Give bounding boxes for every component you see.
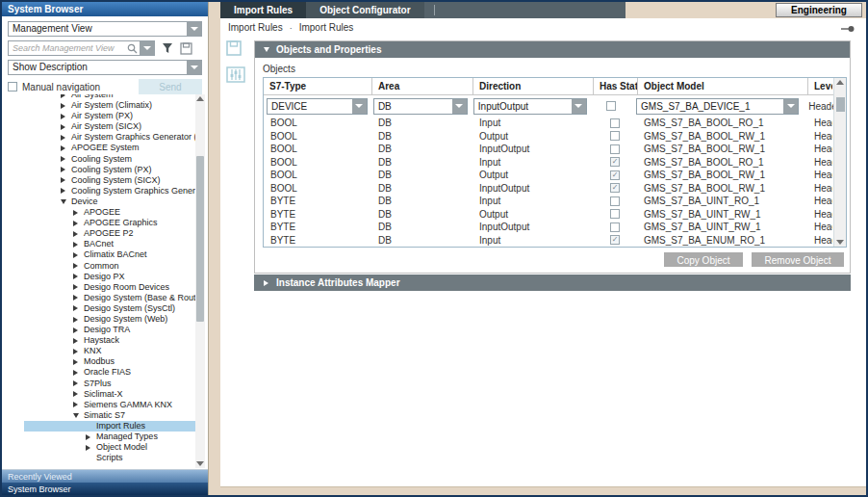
- object-model-dropdown[interactable]: GMS_S7_BA_DEVICE_1: [636, 98, 799, 115]
- has-state-checkbox[interactable]: [606, 101, 616, 111]
- chevron-collapsed-icon[interactable]: [73, 370, 78, 376]
- tree-item-cooling-system[interactable]: Cooling System: [24, 154, 197, 165]
- has-state-checkbox[interactable]: ✓: [610, 157, 620, 167]
- table-row[interactable]: BYTEDBInputOutputGMS_S7_BA_UINT_RW_1Head…: [264, 221, 833, 234]
- column-header-object-model[interactable]: Object Model: [637, 78, 807, 94]
- tree-item-desigo-room-devices[interactable]: Desigo Room Devices: [24, 282, 197, 293]
- chevron-collapsed-icon[interactable]: [61, 167, 65, 172]
- manual-navigation-checkbox[interactable]: [8, 82, 17, 92]
- tree-item-object-model[interactable]: Object Model: [24, 442, 197, 453]
- tree-item-import-rules[interactable]: Import Rules: [24, 421, 197, 432]
- tree-item-cooling-system-graphics-generator-px[interactable]: Cooling System Graphics Generator (PX): [24, 186, 197, 196]
- column-settings-button[interactable]: [226, 66, 245, 86]
- tree-item-desigo-system-web[interactable]: Desigo System (Web): [24, 314, 197, 325]
- tree-item-climatix-bacnet[interactable]: Climatix BACnet: [24, 249, 197, 260]
- tree-item-air-system-climatix[interactable]: Air System (Climatix): [24, 100, 197, 111]
- tree-item-managed-types[interactable]: Managed Types: [24, 432, 197, 442]
- search-input[interactable]: [9, 41, 127, 55]
- recently-viewed-bar[interactable]: Recently Viewed: [2, 469, 208, 483]
- tree-item-siclimat-x[interactable]: Siclimat-X: [24, 389, 197, 400]
- chevron-collapsed-icon[interactable]: [61, 103, 65, 109]
- table-row[interactable]: BOOLDBOutput✓GMS_S7_BA_BOOL_RW_1Heade: [264, 169, 833, 182]
- scroll-down-icon[interactable]: [196, 461, 204, 466]
- s7-type-dropdown[interactable]: DEVICE: [267, 98, 368, 115]
- tree-item-haystack[interactable]: Haystack: [24, 335, 197, 346]
- tree-item-air-system-sicx[interactable]: Air System (SICX): [24, 121, 197, 132]
- view-selector-dropdown-button[interactable]: [187, 22, 201, 36]
- has-state-checkbox[interactable]: ✓: [610, 183, 620, 193]
- remove-object-button[interactable]: Remove Object: [752, 252, 844, 267]
- chevron-collapsed-icon[interactable]: [73, 210, 78, 216]
- search-combo[interactable]: [8, 40, 155, 56]
- direction-dropdown[interactable]: InputOutput: [473, 98, 587, 115]
- save-button[interactable]: [226, 40, 242, 59]
- dropdown-button[interactable]: [352, 99, 367, 114]
- breadcrumb-item[interactable]: Import Rules: [299, 22, 354, 33]
- tree-item-siemens-gamma-knx[interactable]: Siemens GAMMA KNX: [24, 400, 197, 410]
- column-header-direction[interactable]: Direction: [472, 78, 593, 94]
- chevron-collapsed-icon[interactable]: [73, 349, 78, 354]
- chevron-collapsed-icon[interactable]: [73, 231, 78, 237]
- system-browser-bar[interactable]: System Browser: [2, 483, 208, 496]
- chevron-collapsed-icon[interactable]: [73, 402, 78, 407]
- column-header-level[interactable]: Level: [807, 78, 832, 94]
- expand-icon[interactable]: [264, 280, 268, 286]
- tree-item-simatic-s7[interactable]: Simatic S7: [24, 410, 197, 421]
- chevron-collapsed-icon[interactable]: [61, 114, 65, 119]
- tree-scrollbar[interactable]: [195, 94, 205, 468]
- table-row[interactable]: BOOLDBInput✓GMS_S7_BA_BOOL_RO_1Heade: [264, 156, 833, 170]
- tree-item-common[interactable]: Common: [24, 261, 197, 272]
- has-state-checkbox[interactable]: [610, 118, 620, 128]
- tree-item-oracle-fias[interactable]: Oracle FIAS: [24, 367, 197, 378]
- chevron-collapsed-icon[interactable]: [73, 274, 78, 279]
- has-state-checkbox[interactable]: [610, 144, 620, 154]
- chevron-collapsed-icon[interactable]: [73, 242, 78, 248]
- area-dropdown[interactable]: DB: [373, 98, 468, 115]
- table-row[interactable]: BOOLDBOutputGMS_S7_BA_BOOL_RW_1Heade: [264, 130, 833, 144]
- table-scrollbar[interactable]: [833, 78, 846, 247]
- table-editor-row[interactable]: DEVICE DB InputOutput: [264, 95, 833, 117]
- chevron-collapsed-icon[interactable]: [73, 359, 78, 365]
- tree-item-device[interactable]: Device: [24, 196, 197, 207]
- scroll-down-icon[interactable]: [836, 240, 844, 245]
- dropdown-button[interactable]: [572, 99, 586, 114]
- pin-button[interactable]: [841, 24, 855, 35]
- filter-button[interactable]: [162, 41, 173, 55]
- column-header-s7-type[interactable]: S7-Type: [264, 78, 371, 94]
- chevron-collapsed-icon[interactable]: [73, 305, 78, 311]
- table-row[interactable]: BOOLDBInputGMS_S7_BA_BOOL_RO_1Heade: [264, 117, 833, 130]
- tree-item-desigo-px[interactable]: Desigo PX: [24, 272, 197, 282]
- table-scrollbar-thumb[interactable]: [836, 97, 845, 112]
- chevron-collapsed-icon[interactable]: [73, 252, 78, 258]
- objects-and-properties-header[interactable]: Objects and Properties: [255, 41, 850, 58]
- chevron-expanded-icon[interactable]: [73, 413, 79, 418]
- instance-attributes-mapper-header[interactable]: Instance Attributes Mapper: [254, 275, 851, 291]
- tree-item-air-system-graphics-generator-px[interactable]: Air System Graphics Generator (PX): [24, 132, 197, 143]
- chevron-collapsed-icon[interactable]: [61, 177, 65, 183]
- has-state-checkbox[interactable]: [610, 196, 620, 206]
- has-state-checkbox[interactable]: ✓: [610, 235, 620, 245]
- chevron-collapsed-icon[interactable]: [61, 94, 65, 98]
- chevron-collapsed-icon[interactable]: [73, 338, 78, 344]
- send-button[interactable]: Send: [139, 79, 202, 94]
- chevron-collapsed-icon[interactable]: [61, 124, 65, 130]
- dropdown-button[interactable]: [783, 99, 798, 114]
- tree-item-knx[interactable]: KNX: [24, 346, 197, 356]
- tree-item-modbus[interactable]: Modbus: [24, 356, 197, 367]
- chevron-collapsed-icon[interactable]: [61, 188, 65, 194]
- table-row[interactable]: BOOLDBInputOutputGMS_S7_BA_BOOL_RW_1Head…: [264, 143, 833, 156]
- chevron-collapsed-icon[interactable]: [73, 284, 78, 290]
- tree-item-desigo-tra[interactable]: Desigo TRA: [24, 325, 197, 335]
- tree-item-bacnet[interactable]: BACnet: [24, 239, 197, 249]
- chevron-collapsed-icon[interactable]: [61, 145, 65, 151]
- description-selector-dropdown-button[interactable]: [187, 61, 201, 74]
- tab-import-rules[interactable]: Import Rules: [220, 2, 306, 18]
- chevron-collapsed-icon[interactable]: [61, 135, 65, 141]
- chevron-collapsed-icon[interactable]: [73, 295, 78, 301]
- chevron-collapsed-icon[interactable]: [73, 327, 78, 333]
- tree-item-desigo-system-sysctl[interactable]: Desigo System (SysCtl): [24, 303, 197, 314]
- has-state-checkbox[interactable]: ✓: [610, 170, 620, 180]
- tree-item-air-system-px[interactable]: Air System (PX): [24, 111, 197, 121]
- chevron-expanded-icon[interactable]: [61, 199, 66, 204]
- chevron-collapsed-icon[interactable]: [61, 156, 65, 162]
